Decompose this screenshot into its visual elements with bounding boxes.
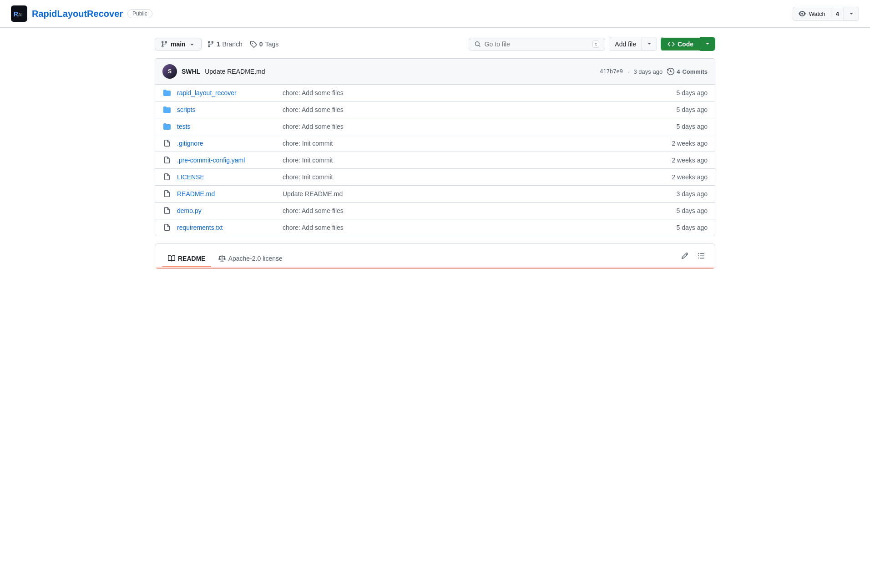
- toolbar: main 1 Branch 0 Tags: [155, 37, 715, 51]
- branches-count: 1: [217, 41, 220, 48]
- search-icon: [475, 41, 481, 48]
- commit-hash[interactable]: 417b7e9: [600, 68, 623, 75]
- code-button[interactable]: Code: [661, 37, 715, 51]
- history-icon: [667, 68, 674, 75]
- readme-tab[interactable]: README: [162, 251, 211, 267]
- file-time: 2 weeks ago: [662, 140, 708, 147]
- avatar: S: [162, 64, 177, 79]
- file-commit-message[interactable]: chore: Init commit: [283, 140, 657, 147]
- book-icon: [168, 255, 175, 262]
- commit-time: 3 days ago: [634, 68, 663, 75]
- license-tab[interactable]: Apache-2.0 license: [213, 251, 288, 267]
- file-icon: [162, 157, 172, 164]
- code-label: Code: [678, 41, 693, 48]
- commit-author[interactable]: SWHL: [182, 68, 200, 75]
- raw-readme-button[interactable]: [695, 249, 708, 262]
- file-commit-message[interactable]: Update README.md: [283, 190, 657, 198]
- readme-section: README Apache-2.0 license: [155, 243, 715, 269]
- file-time: 5 days ago: [662, 207, 708, 214]
- top-bar: R AI RapidLayoutRecover Public Watch 4: [0, 0, 870, 28]
- readme-tabs: README Apache-2.0 license: [162, 251, 288, 260]
- tag-icon: [250, 41, 257, 48]
- tags-link[interactable]: 0 Tags: [250, 41, 278, 48]
- license-tab-label: Apache-2.0 license: [228, 255, 283, 262]
- file-name[interactable]: LICENSE: [177, 173, 277, 181]
- branch-name: main: [171, 41, 186, 48]
- file-commit-message[interactable]: chore: Init commit: [283, 157, 657, 164]
- commit-message[interactable]: Update README.md: [205, 68, 265, 75]
- repo-logo: R AI: [11, 5, 27, 22]
- file-commit-message[interactable]: chore: Add some files: [283, 123, 657, 130]
- code-dropdown-button[interactable]: [700, 37, 715, 51]
- branch-count-icon: [207, 41, 214, 48]
- file-name[interactable]: .pre-commit-config.yaml: [177, 157, 277, 164]
- watch-count[interactable]: 4: [831, 8, 844, 20]
- commit-separator: ·: [627, 68, 629, 75]
- folder-icon: [162, 123, 172, 130]
- search-box[interactable]: t: [469, 38, 605, 51]
- file-commit-message[interactable]: chore: Add some files: [283, 207, 657, 214]
- table-row: scriptschore: Add some files5 days ago: [155, 101, 715, 118]
- add-file-button[interactable]: Add file: [609, 37, 657, 51]
- table-row: .gitignorechore: Init commit2 weeks ago: [155, 135, 715, 152]
- file-name[interactable]: scripts: [177, 106, 277, 113]
- svg-text:AI: AI: [18, 12, 22, 17]
- readme-actions: [678, 249, 708, 262]
- commit-header: S SWHL Update README.md 417b7e9 · 3 days…: [155, 59, 715, 85]
- file-time: 5 days ago: [662, 106, 708, 113]
- branch-icon: [161, 41, 168, 48]
- file-time: 3 days ago: [662, 190, 708, 198]
- file-time: 2 weeks ago: [662, 157, 708, 164]
- svg-text:R: R: [14, 10, 18, 18]
- code-chevron-icon: [704, 40, 711, 47]
- repo-title: R AI RapidLayoutRecover Public: [11, 5, 152, 22]
- add-file-chevron-icon: [646, 40, 653, 47]
- file-commit-message[interactable]: chore: Add some files: [283, 224, 657, 231]
- folder-icon: [162, 89, 172, 96]
- branches-label: Branch: [222, 41, 242, 48]
- readme-tab-label: README: [178, 255, 206, 262]
- chevron-down-icon: [848, 10, 855, 17]
- file-icon: [162, 190, 172, 198]
- file-commit-message[interactable]: chore: Add some files: [283, 89, 657, 96]
- file-commit-message[interactable]: chore: Init commit: [283, 173, 657, 181]
- branch-info: 1 Branch 0 Tags: [207, 41, 279, 48]
- code-icon: [668, 41, 675, 48]
- table-row: README.mdUpdate README.md3 days ago: [155, 186, 715, 203]
- edit-readme-button[interactable]: [678, 249, 691, 262]
- code-main-button[interactable]: Code: [661, 38, 700, 50]
- search-input[interactable]: [485, 41, 589, 48]
- branches-link[interactable]: 1 Branch: [207, 41, 243, 48]
- file-name[interactable]: tests: [177, 123, 277, 130]
- file-name[interactable]: rapid_layout_recover: [177, 89, 277, 96]
- commit-meta: 417b7e9 · 3 days ago 4 Commits: [600, 68, 708, 75]
- pencil-icon: [681, 252, 688, 259]
- commits-link[interactable]: 4 Commits: [667, 68, 708, 75]
- file-icon: [162, 140, 172, 147]
- file-icon: [162, 173, 172, 181]
- watch-dropdown-button[interactable]: [844, 7, 859, 20]
- eye-icon: [799, 10, 806, 17]
- file-time: 5 days ago: [662, 224, 708, 231]
- add-file-dropdown-button[interactable]: [642, 37, 657, 51]
- file-icon: [162, 207, 172, 214]
- watch-button[interactable]: Watch 4: [793, 7, 859, 21]
- table-row: LICENSEchore: Init commit2 weeks ago: [155, 169, 715, 186]
- file-rows-container: rapid_layout_recoverchore: Add some file…: [155, 85, 715, 236]
- add-file-main-button[interactable]: Add file: [609, 38, 642, 50]
- table-row: .pre-commit-config.yamlchore: Init commi…: [155, 152, 715, 169]
- file-name[interactable]: README.md: [177, 190, 277, 198]
- file-name[interactable]: demo.py: [177, 207, 277, 214]
- file-commit-message[interactable]: chore: Add some files: [283, 106, 657, 113]
- file-time: 5 days ago: [662, 123, 708, 130]
- add-file-label: Add file: [615, 41, 636, 48]
- file-name[interactable]: .gitignore: [177, 140, 277, 147]
- file-time: 2 weeks ago: [662, 173, 708, 181]
- branch-selector[interactable]: main: [155, 38, 202, 51]
- file-name[interactable]: requirements.txt: [177, 224, 277, 231]
- visibility-badge: Public: [127, 9, 152, 18]
- repo-name[interactable]: RapidLayoutRecover: [32, 9, 123, 19]
- commits-count: 4: [677, 68, 680, 75]
- balance-icon: [218, 255, 226, 262]
- watch-main-button[interactable]: Watch: [793, 8, 831, 20]
